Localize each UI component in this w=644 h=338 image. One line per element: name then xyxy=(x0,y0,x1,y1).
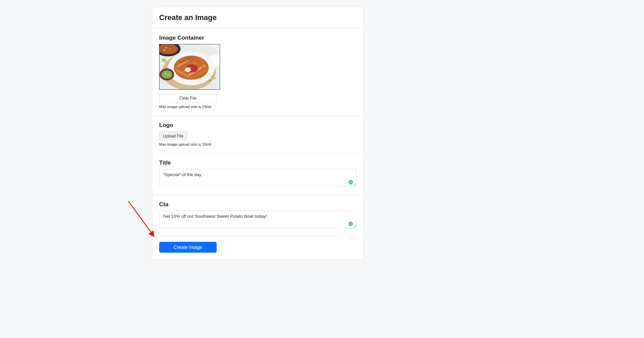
create-image-button[interactable]: Create Image xyxy=(159,242,217,253)
image-preview[interactable] xyxy=(159,44,220,90)
svg-point-21 xyxy=(214,78,216,79)
title-heading: Title xyxy=(159,160,357,166)
svg-point-25 xyxy=(165,73,166,75)
image-container-heading: Image Container xyxy=(159,35,357,41)
svg-point-15 xyxy=(197,63,199,64)
svg-point-3 xyxy=(165,47,167,49)
svg-point-22 xyxy=(209,80,210,81)
clear-file-button[interactable]: Clear File xyxy=(159,94,217,103)
upload-file-button[interactable]: Upload File xyxy=(159,131,187,140)
svg-point-13 xyxy=(193,68,195,70)
image-container-hint: Max image upload size is 15mb xyxy=(159,105,357,109)
svg-point-16 xyxy=(183,70,185,72)
svg-point-17 xyxy=(200,70,201,71)
create-image-card: Create an Image Image Container xyxy=(152,7,364,260)
action-section: Create Image xyxy=(152,237,363,259)
svg-point-24 xyxy=(162,70,172,79)
logo-heading: Logo xyxy=(159,122,357,129)
svg-point-18 xyxy=(186,61,187,62)
logo-hint: Max image upload size is 15mb xyxy=(159,142,357,146)
title-section: Title xyxy=(152,153,363,195)
svg-point-26 xyxy=(168,75,169,76)
cta-input[interactable] xyxy=(159,211,357,228)
svg-point-5 xyxy=(163,49,165,51)
svg-point-4 xyxy=(169,48,171,50)
svg-line-29 xyxy=(128,201,154,236)
svg-point-20 xyxy=(212,76,213,77)
cta-heading: Cta xyxy=(159,201,357,208)
page-title: Create an Image xyxy=(159,13,357,22)
title-input[interactable] xyxy=(159,169,357,187)
logo-section: Logo Upload File Max image upload size i… xyxy=(152,116,363,153)
svg-point-19 xyxy=(202,66,203,68)
svg-point-14 xyxy=(185,67,191,72)
cta-section: Cta xyxy=(152,195,363,237)
image-container-section: Image Container xyxy=(152,28,363,116)
card-header: Create an Image xyxy=(152,7,363,28)
